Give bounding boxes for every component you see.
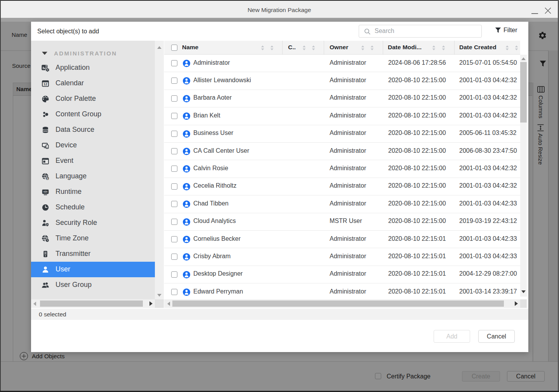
svg-text:</>: </> bbox=[43, 190, 47, 193]
svg-text:A: A bbox=[47, 177, 49, 180]
svg-text:12: 12 bbox=[43, 82, 47, 86]
